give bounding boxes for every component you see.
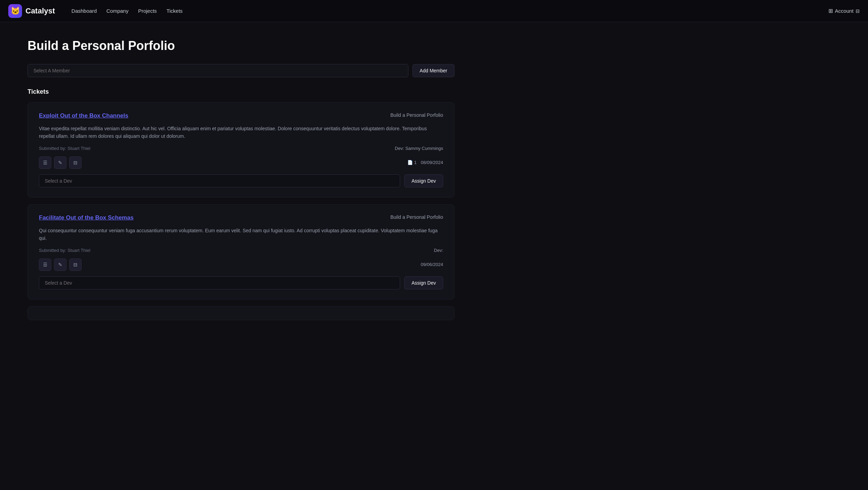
ticket-header: Exploit Out of the Box Channels Build a … (39, 112, 443, 119)
ticket-date: 09/06/2024 (421, 262, 443, 267)
member-select-row: Add Member (28, 64, 454, 77)
ticket-header: Facilitate Out of the Box Schemas Build … (39, 214, 443, 221)
ticket-title-link[interactable]: Facilitate Out of the Box Schemas (39, 214, 134, 221)
ticket-dev: Dev: (434, 248, 443, 253)
ticket-meta-row: Submitted by: Stuart Thiel Dev: (39, 248, 443, 253)
logo-icon: 🐱 (8, 4, 22, 18)
logo-emoji: 🐱 (11, 7, 20, 16)
nav-projects[interactable]: Projects (138, 8, 157, 14)
nav-tickets[interactable]: Tickets (166, 8, 182, 14)
list-icon: ☰ (43, 160, 48, 165)
ticket-dev: Dev: Sammy Cummings (395, 146, 443, 151)
ticket-description: Vitae expedita repellat mollitia veniam … (39, 125, 443, 140)
layers-icon: ⊞ (828, 8, 833, 14)
ticket-icon-buttons: ☰ ✎ ⊟ (39, 156, 82, 169)
archive-icon: ⊟ (73, 262, 77, 267)
ticket-edit-button[interactable]: ✎ (54, 156, 66, 169)
main-content: Build a Personal Porfolio Add Member Tic… (0, 22, 482, 344)
member-select-input[interactable] (28, 64, 408, 77)
app-name: Catalyst (25, 7, 55, 16)
ticket-submitted-by: Submitted by: Stuart Thiel (39, 248, 90, 253)
account-menu[interactable]: ⊞ Account ⊟ (828, 8, 860, 14)
ticket-card-partial (28, 306, 454, 320)
ticket-date-area: 📄 1 08/09/2024 (407, 160, 443, 165)
file-count-value: 1 (414, 160, 417, 165)
navigation: 🐱 Catalyst Dashboard Company Projects Ti… (0, 0, 868, 22)
select-dev-input[interactable] (39, 174, 400, 187)
file-icon: 📄 (407, 160, 413, 165)
archive-icon: ⊟ (73, 160, 77, 165)
list-icon: ☰ (43, 262, 48, 267)
assign-dev-row: Assign Dev (39, 174, 443, 187)
ticket-archive-button[interactable]: ⊟ (69, 156, 82, 169)
page-title: Build a Personal Porfolio (28, 39, 454, 53)
ticket-meta-row: Submitted by: Stuart Thiel Dev: Sammy Cu… (39, 146, 443, 151)
assign-dev-row: Assign Dev (39, 276, 443, 289)
ticket-list-button[interactable]: ☰ (39, 258, 51, 271)
account-grid-icon: ⊟ (856, 8, 860, 14)
ticket-date-area: 09/06/2024 (421, 262, 443, 267)
ticket-submitted-by: Submitted by: Stuart Thiel (39, 146, 90, 151)
ticket-icon-buttons: ☰ ✎ ⊟ (39, 258, 82, 271)
ticket-title-link[interactable]: Exploit Out of the Box Channels (39, 112, 128, 119)
ticket-project: Build a Personal Porfolio (390, 214, 443, 220)
ticket-archive-button[interactable]: ⊟ (69, 258, 82, 271)
ticket-card: Exploit Out of the Box Channels Build a … (28, 102, 454, 197)
account-label: Account (835, 8, 854, 14)
app-logo[interactable]: 🐱 Catalyst (8, 4, 55, 18)
edit-icon: ✎ (58, 262, 62, 267)
assign-dev-button[interactable]: Assign Dev (404, 276, 443, 289)
edit-icon: ✎ (58, 160, 62, 165)
nav-links: Dashboard Company Projects Tickets (72, 8, 183, 14)
file-count: 📄 1 (407, 160, 417, 165)
ticket-edit-button[interactable]: ✎ (54, 258, 66, 271)
ticket-actions-row: ☰ ✎ ⊟ 09/06/2024 (39, 258, 443, 271)
ticket-list-button[interactable]: ☰ (39, 156, 51, 169)
ticket-actions-row: ☰ ✎ ⊟ 📄 1 08/09/2024 (39, 156, 443, 169)
ticket-project: Build a Personal Porfolio (390, 112, 443, 118)
select-dev-input[interactable] (39, 276, 400, 289)
tickets-section-label: Tickets (28, 88, 454, 95)
ticket-date: 08/09/2024 (421, 160, 443, 165)
ticket-description: Qui consequuntur consequuntur veniam fug… (39, 227, 443, 242)
ticket-card: Facilitate Out of the Box Schemas Build … (28, 204, 454, 299)
add-member-button[interactable]: Add Member (412, 64, 454, 77)
assign-dev-button[interactable]: Assign Dev (404, 174, 443, 187)
nav-company[interactable]: Company (106, 8, 128, 14)
nav-dashboard[interactable]: Dashboard (72, 8, 97, 14)
